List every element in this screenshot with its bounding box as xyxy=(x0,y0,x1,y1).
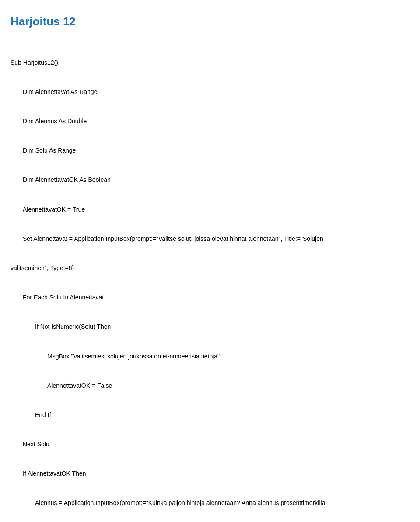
code-line: MsgBox "Valitsemiesi solujen joukossa on… xyxy=(47,351,410,361)
section-harjoitus12: Harjoitus 12 Sub Harjoitus12() Dim Alenn… xyxy=(10,13,410,522)
section-title-12: Harjoitus 12 xyxy=(10,13,410,30)
code-line: Dim Alennettavat As Range xyxy=(23,87,410,97)
code-line: Dim AlennettavatOK As Boolean xyxy=(23,175,410,184)
code-line: If Not IsNumeric(Solu) Then xyxy=(35,322,410,331)
code-line: Dim Solu As Range xyxy=(23,146,410,155)
page-container: Harjoitus 12 Sub Harjoitus12() Dim Alenn… xyxy=(10,13,410,522)
code-line: End If xyxy=(35,410,410,420)
code-block-12: Sub Harjoitus12() Dim Alennettavat As Ra… xyxy=(10,38,410,522)
code-line: valitseminen", Type:=8) xyxy=(10,263,410,273)
code-line: Dim Alennus As Double xyxy=(23,116,410,126)
code-line: AlennettavatOK = False xyxy=(47,381,410,390)
code-line: Set Alennettavat = Application.InputBox(… xyxy=(23,234,410,244)
code-line: For Each Solu In Alennettavat xyxy=(23,292,410,302)
code-line: AlennettavatOK = True xyxy=(23,205,410,214)
code-line: Alennus = Application.InputBox(prompt:="… xyxy=(35,498,410,508)
code-line: Next Solu xyxy=(23,439,410,449)
code-line: If AlennettavatOK Then xyxy=(23,469,410,478)
code-line: Sub Harjoitus12() xyxy=(10,58,410,67)
